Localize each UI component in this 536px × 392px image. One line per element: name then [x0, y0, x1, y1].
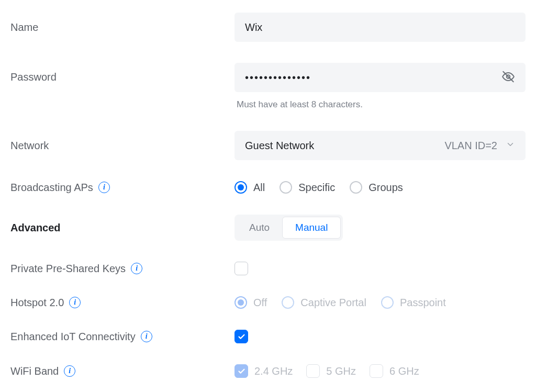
wifi-band-label-wrap: WiFi Band i — [10, 365, 234, 377]
check-icon — [238, 367, 245, 375]
radio-label: Passpoint — [400, 297, 446, 309]
hotspot-row: Hotspot 2.0 i Off Captive Portal Passpoi… — [10, 296, 526, 309]
check-icon — [238, 333, 245, 341]
radio-indicator — [282, 296, 294, 309]
radio-label: Groups — [368, 182, 403, 194]
wifi-band-24-item: 2.4 GHz — [234, 364, 293, 378]
broadcasting-radio-specific[interactable]: Specific — [280, 181, 335, 194]
password-input[interactable] — [234, 63, 526, 92]
wifi-band-5-label: 5 GHz — [326, 365, 356, 377]
network-select[interactable]: Guest Network VLAN ID=2 — [234, 131, 526, 160]
radio-label: Off — [253, 297, 267, 309]
wifi-band-row: WiFi Band i 2.4 GHz 5 GHz — [10, 364, 526, 378]
advanced-segmented: Auto Manual — [234, 215, 343, 241]
hotspot-label-wrap: Hotspot 2.0 i — [10, 297, 234, 309]
advanced-manual-button[interactable]: Manual — [282, 217, 341, 239]
advanced-label: Advanced — [10, 222, 234, 234]
radio-indicator — [350, 181, 362, 194]
network-label: Network — [10, 140, 234, 152]
advanced-auto-button[interactable]: Auto — [237, 217, 282, 239]
password-hint: Must have at least 8 characters. — [234, 99, 363, 110]
wifi-band-6-label: 6 GHz — [389, 365, 419, 377]
password-label: Password — [10, 63, 234, 83]
broadcasting-label-wrap: Broadcasting APs i — [10, 182, 234, 194]
hotspot-label: Hotspot 2.0 — [10, 297, 64, 309]
radio-indicator — [234, 181, 247, 194]
radio-indicator — [234, 296, 247, 309]
advanced-row: Advanced Auto Manual — [10, 215, 526, 241]
ppsk-info-icon[interactable]: i — [131, 263, 142, 274]
broadcasting-radio-groups[interactable]: Groups — [350, 181, 403, 194]
hotspot-radio-captive: Captive Portal — [282, 296, 366, 309]
hotspot-radio-off: Off — [234, 296, 267, 309]
wifi-band-info-icon[interactable]: i — [64, 365, 75, 377]
chevron-down-icon — [506, 140, 515, 152]
hotspot-info-icon[interactable]: i — [69, 297, 81, 308]
radio-label: All — [253, 182, 265, 194]
name-input[interactable] — [234, 13, 526, 42]
wifi-band-24-label: 2.4 GHz — [254, 365, 293, 377]
wifi-band-6-checkbox — [370, 364, 383, 378]
wifi-band-check-group: 2.4 GHz 5 GHz 6 GHz — [234, 364, 419, 378]
broadcasting-label: Broadcasting APs — [10, 182, 93, 194]
name-label: Name — [10, 21, 234, 33]
password-input-wrap — [234, 63, 526, 92]
iot-label: Enhanced IoT Connectivity — [10, 331, 136, 343]
password-row: Password Must have at least 8 characters… — [10, 63, 526, 110]
network-vlan-text: VLAN ID=2 — [444, 140, 497, 152]
ppsk-label: Private Pre-Shared Keys — [10, 263, 126, 275]
iot-info-icon[interactable]: i — [141, 331, 152, 342]
name-input-wrap — [234, 13, 526, 42]
toggle-password-visibility-button[interactable] — [499, 68, 517, 87]
iot-label-wrap: Enhanced IoT Connectivity i — [10, 331, 234, 343]
iot-row: Enhanced IoT Connectivity i — [10, 330, 526, 343]
ppsk-checkbox[interactable] — [234, 262, 248, 275]
hotspot-radio-passpoint: Passpoint — [381, 296, 446, 309]
wifi-band-5-item: 5 GHz — [306, 364, 356, 378]
wifi-band-label: WiFi Band — [10, 365, 59, 377]
eye-off-icon — [501, 70, 515, 85]
broadcasting-radio-all[interactable]: All — [234, 181, 265, 194]
broadcasting-radio-group: All Specific Groups — [234, 181, 403, 194]
radio-label: Specific — [298, 182, 335, 194]
network-row: Network Guest Network VLAN ID=2 — [10, 131, 526, 160]
broadcasting-row: Broadcasting APs i All Specific Groups — [10, 181, 526, 194]
network-select-value: Guest Network — [245, 140, 314, 152]
wifi-band-24-checkbox — [234, 364, 248, 378]
hotspot-radio-group: Off Captive Portal Passpoint — [234, 296, 446, 309]
ppsk-row: Private Pre-Shared Keys i — [10, 262, 526, 275]
radio-indicator — [381, 296, 394, 309]
wifi-band-5-checkbox — [306, 364, 320, 378]
iot-checkbox[interactable] — [234, 330, 248, 343]
radio-label: Captive Portal — [300, 297, 366, 309]
broadcasting-info-icon[interactable]: i — [98, 182, 110, 193]
network-select-right: VLAN ID=2 — [444, 140, 515, 152]
ppsk-label-wrap: Private Pre-Shared Keys i — [10, 263, 234, 275]
radio-indicator — [280, 181, 292, 194]
name-row: Name — [10, 13, 526, 42]
wifi-band-6-item: 6 GHz — [370, 364, 419, 378]
